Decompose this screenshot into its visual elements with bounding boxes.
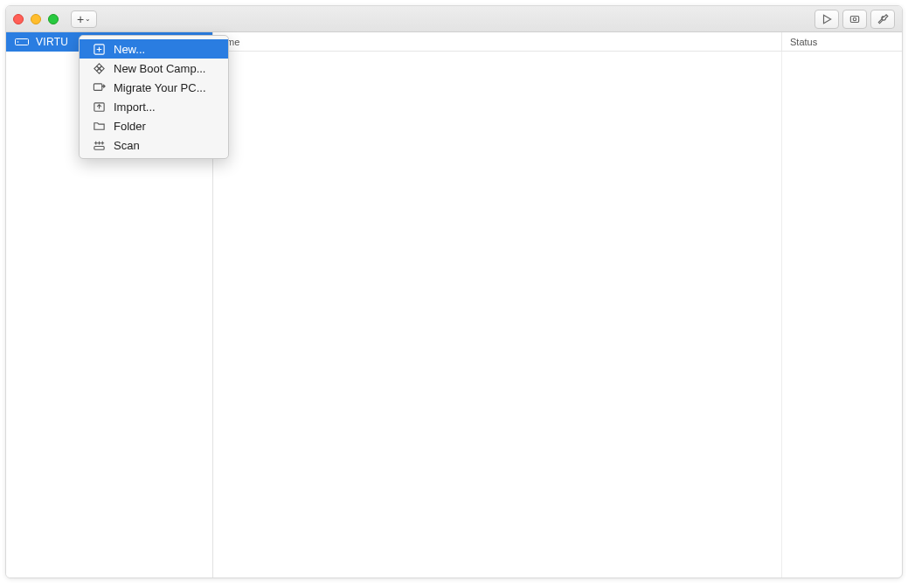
column-header-status[interactable]: Status — [782, 32, 902, 51]
snapshot-icon — [849, 13, 861, 25]
table-body — [213, 52, 902, 578]
add-dropdown-menu: New... New Boot Camp... Migrate Your PC.… — [79, 35, 229, 159]
maximize-window-button[interactable] — [48, 14, 59, 24]
menu-item-new[interactable]: New... — [80, 39, 228, 59]
svg-marker-0 — [824, 15, 831, 23]
menu-item-label: New... — [114, 43, 145, 56]
menu-item-folder[interactable]: Folder — [80, 116, 228, 135]
sidebar-item-label: VIRTU — [36, 36, 68, 48]
svg-point-4 — [17, 41, 19, 43]
table-name-area — [213, 52, 782, 578]
hdd-icon — [15, 38, 29, 46]
wrench-icon — [877, 13, 889, 25]
folder-icon — [92, 119, 106, 133]
new-icon — [92, 42, 106, 56]
menu-item-scan[interactable]: Scan — [80, 135, 228, 155]
play-icon — [821, 13, 833, 25]
menu-item-import[interactable]: Import... — [80, 97, 228, 116]
toolbar-right — [814, 10, 895, 29]
menu-item-label: New Boot Camp... — [114, 62, 206, 75]
menu-item-label: Migrate Your PC... — [114, 81, 206, 94]
menu-item-label: Folder — [114, 120, 146, 133]
migrate-icon — [92, 80, 106, 94]
close-window-button[interactable] — [13, 14, 24, 24]
main-panel: ame Status — [213, 32, 902, 578]
table-status-area — [782, 52, 902, 578]
import-icon — [92, 100, 106, 114]
menu-item-new-bootcamp[interactable]: New Boot Camp... — [80, 59, 228, 78]
menu-item-migrate-pc[interactable]: Migrate Your PC... — [80, 78, 228, 97]
svg-rect-10 — [94, 146, 103, 149]
scan-icon — [92, 138, 106, 152]
svg-rect-8 — [94, 83, 101, 90]
settings-button[interactable] — [870, 10, 895, 29]
svg-point-2 — [853, 17, 856, 21]
column-header-name[interactable]: ame — [213, 32, 782, 51]
table-header: ame Status — [213, 32, 902, 52]
svg-rect-1 — [850, 16, 858, 22]
snapshot-button[interactable] — [842, 10, 867, 29]
titlebar: + ⌄ — [6, 6, 902, 32]
minimize-window-button[interactable] — [31, 14, 41, 24]
plus-icon: + — [77, 13, 84, 25]
menu-item-label: Scan — [114, 139, 140, 152]
menu-item-label: Import... — [114, 100, 156, 114]
chevron-down-icon: ⌄ — [85, 16, 91, 23]
app-window: + ⌄ VIRTU — [5, 5, 903, 578]
bootcamp-icon — [92, 61, 106, 75]
play-button[interactable] — [814, 10, 839, 29]
traffic-lights — [13, 14, 59, 24]
add-dropdown-button[interactable]: + ⌄ — [71, 10, 97, 28]
